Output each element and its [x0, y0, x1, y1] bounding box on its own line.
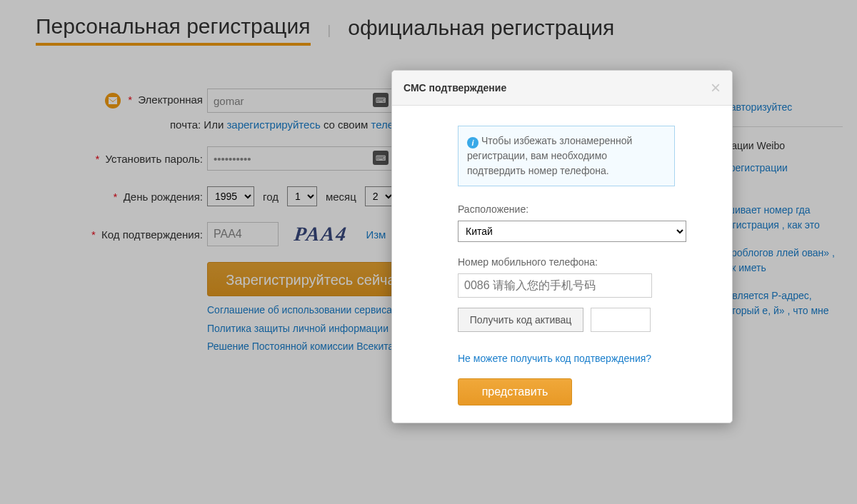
modal-submit-button[interactable]: представить	[458, 378, 572, 405]
cant-get-code-link[interactable]: Не можете получить код подтверждения?	[458, 349, 651, 368]
phone-input[interactable]	[458, 273, 652, 298]
sms-modal: СМС подтверждение × iЧтобы избежать злон…	[391, 70, 733, 423]
info-box: iЧтобы избежать злонамеренной регистраци…	[458, 126, 675, 186]
location-select[interactable]: Китай	[458, 221, 686, 242]
info-text: Чтобы избежать злонамеренной регистрации…	[467, 135, 632, 176]
location-label: Расположение:	[458, 203, 675, 215]
modal-title: СМС подтверждение	[404, 82, 506, 94]
get-code-button[interactable]: Получить код активац	[458, 308, 583, 332]
info-icon: i	[467, 137, 478, 148]
close-icon[interactable]: ×	[711, 79, 721, 96]
code-input[interactable]	[591, 308, 651, 332]
phone-label: Номер мобильного телефона:	[458, 256, 675, 268]
